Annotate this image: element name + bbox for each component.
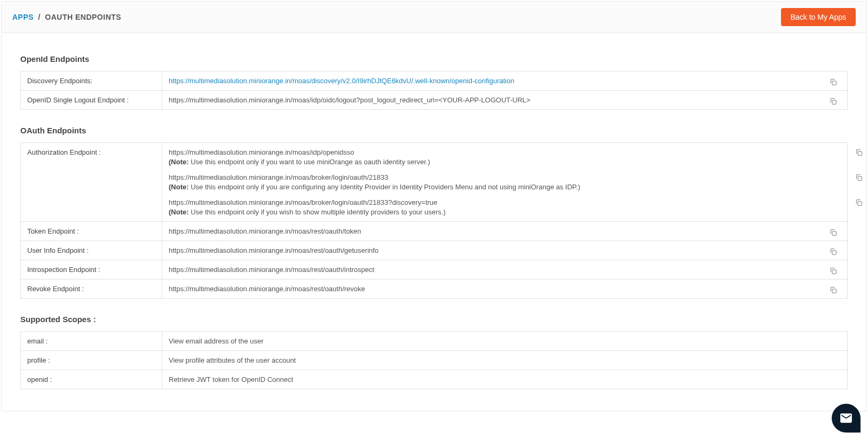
token-endpoint-label: Token Endpoint : — [21, 222, 162, 241]
auth-note-3: (Note: Use this endpoint only if you wis… — [169, 208, 841, 216]
content-area: OpenId Endpoints Discovery Endpoints: ht… — [1, 34, 867, 411]
table-row: openid : Retrieve JWT token for OpenID C… — [21, 370, 848, 389]
table-row: Discovery Endpoints: https://multimedias… — [21, 71, 848, 91]
copy-icon[interactable] — [829, 267, 838, 275]
table-row: Revoke Endpoint : https://multimediasolu… — [21, 279, 848, 299]
note-prefix: (Note: — [169, 208, 189, 216]
discovery-endpoint-label: Discovery Endpoints: — [21, 71, 162, 91]
scope-description: View email address of the user — [162, 332, 848, 351]
auth-url-1: https://multimediasolution.miniorange.in… — [169, 148, 841, 156]
copy-icon[interactable] — [829, 247, 838, 256]
introspection-endpoint-label: Introspection Endpoint : — [21, 260, 162, 279]
table-row: profile : View profile attributes of the… — [21, 351, 848, 370]
breadcrumb-separator: / — [38, 13, 41, 21]
note-text: Use this endpoint only if you want to us… — [189, 158, 430, 166]
svg-rect-6 — [832, 251, 836, 254]
token-endpoint-value: https://multimediasolution.miniorange.in… — [162, 222, 848, 241]
table-row: Introspection Endpoint : https://multime… — [21, 260, 848, 279]
scope-description: View profile attributes of the user acco… — [162, 351, 848, 370]
introspection-url: https://multimediasolution.miniorange.in… — [169, 266, 374, 274]
copy-icon[interactable] — [829, 228, 838, 237]
revoke-url: https://multimediasolution.miniorange.in… — [169, 285, 365, 293]
authorization-endpoint-label: Authorization Endpoint : — [21, 143, 162, 222]
oauth-endpoints-table: Authorization Endpoint : https://multime… — [20, 142, 848, 299]
table-row: Authorization Endpoint : https://multime… — [21, 143, 848, 222]
breadcrumb-current: OAUTH ENDPOINTS — [45, 13, 121, 21]
note-text: Use this endpoint only if you wish to sh… — [189, 208, 446, 216]
auth-note-1: (Note: Use this endpoint only if you wan… — [169, 158, 841, 166]
scope-name: profile : — [21, 351, 162, 370]
table-row: email : View email address of the user — [21, 332, 848, 351]
scope-description: Retrieve JWT token for OpenID Connect — [162, 370, 848, 389]
note-prefix: (Note: — [169, 183, 189, 191]
scope-name: email : — [21, 332, 162, 351]
userinfo-endpoint-value: https://multimediasolution.miniorange.in… — [162, 241, 848, 260]
auth-url-2: https://multimediasolution.miniorange.in… — [169, 173, 841, 181]
userinfo-endpoint-label: User Info Endpoint : — [21, 241, 162, 260]
scopes-section-title: Supported Scopes : — [20, 315, 848, 324]
table-row: User Info Endpoint : https://multimedias… — [21, 241, 848, 260]
logout-url: https://multimediasolution.miniorange.in… — [169, 96, 530, 104]
openid-endpoints-table: Discovery Endpoints: https://multimedias… — [20, 71, 848, 110]
auth-endpoint-block-1: https://multimediasolution.miniorange.in… — [169, 148, 841, 166]
revoke-endpoint-value: https://multimediasolution.miniorange.in… — [162, 279, 848, 299]
authorization-endpoint-value: https://multimediasolution.miniorange.in… — [162, 143, 848, 222]
table-row: Token Endpoint : https://multimediasolut… — [21, 222, 848, 241]
copy-icon[interactable] — [855, 173, 863, 182]
scopes-table: email : View email address of the user p… — [20, 331, 848, 389]
svg-rect-5 — [832, 231, 836, 235]
discovery-url-link[interactable]: https://multimediasolution.miniorange.in… — [169, 77, 514, 85]
logout-endpoint-value: https://multimediasolution.miniorange.in… — [162, 91, 848, 110]
breadcrumb-apps-link[interactable]: APPS — [12, 13, 34, 21]
copy-icon[interactable] — [855, 198, 863, 207]
svg-rect-1 — [832, 100, 836, 104]
oauth-section-title: OAuth Endpoints — [20, 126, 848, 135]
table-row: OpenID Single Logout Endpoint : https://… — [21, 91, 848, 110]
openid-section-title: OpenId Endpoints — [20, 54, 848, 63]
scope-name: openid : — [21, 370, 162, 389]
auth-endpoint-block-2: https://multimediasolution.miniorange.in… — [169, 173, 841, 191]
token-url: https://multimediasolution.miniorange.in… — [169, 227, 361, 235]
revoke-endpoint-label: Revoke Endpoint : — [21, 279, 162, 299]
svg-rect-7 — [832, 270, 836, 274]
copy-icon[interactable] — [829, 78, 838, 86]
auth-endpoint-block-3: https://multimediasolution.miniorange.in… — [169, 198, 841, 216]
back-to-apps-button[interactable]: Back to My Apps — [781, 8, 856, 26]
copy-icon[interactable] — [855, 148, 863, 157]
userinfo-url: https://multimediasolution.miniorange.in… — [169, 246, 378, 254]
breadcrumb: APPS / OAUTH ENDPOINTS — [12, 13, 121, 21]
copy-icon[interactable] — [829, 286, 838, 294]
svg-rect-8 — [832, 289, 836, 293]
auth-url-3: https://multimediasolution.miniorange.in… — [169, 198, 841, 206]
copy-icon[interactable] — [829, 97, 838, 106]
mail-icon — [839, 411, 853, 412]
introspection-endpoint-value: https://multimediasolution.miniorange.in… — [162, 260, 848, 279]
note-text: Use this endpoint only if you are config… — [189, 183, 580, 191]
page-header: APPS / OAUTH ENDPOINTS Back to My Apps — [1, 1, 867, 33]
discovery-endpoint-value: https://multimediasolution.miniorange.in… — [162, 71, 848, 91]
svg-rect-2 — [858, 151, 862, 155]
note-prefix: (Note: — [169, 158, 189, 166]
logout-endpoint-label: OpenID Single Logout Endpoint : — [21, 91, 162, 110]
auth-note-2: (Note: Use this endpoint only if you are… — [169, 183, 841, 191]
svg-rect-4 — [858, 202, 862, 205]
svg-rect-0 — [832, 81, 836, 85]
svg-rect-3 — [858, 177, 862, 180]
